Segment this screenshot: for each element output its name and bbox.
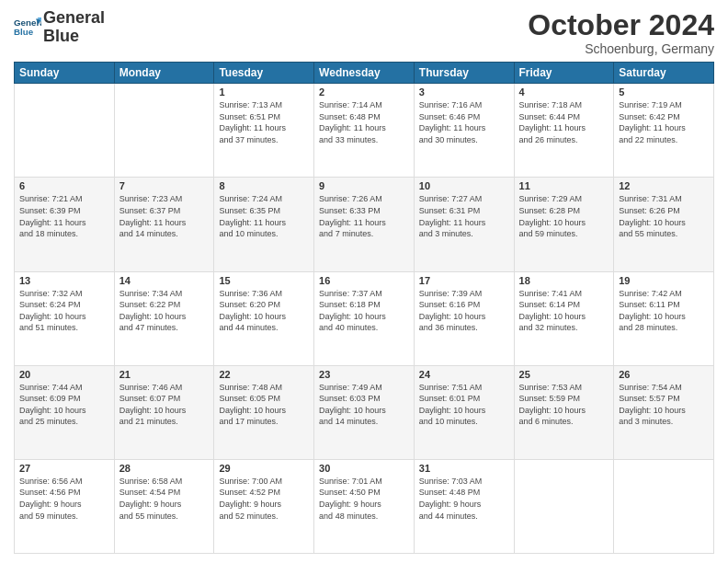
day-number: 11 [519,180,609,191]
calendar-cell: 15Sunrise: 7:36 AM Sunset: 6:20 PM Dayli… [214,271,314,365]
day-info: Sunrise: 7:51 AM Sunset: 6:01 PM Dayligh… [419,382,509,428]
calendar-cell [15,84,115,178]
day-info: Sunrise: 6:56 AM Sunset: 4:56 PM Dayligh… [19,476,109,522]
calendar-cell: 16Sunrise: 7:37 AM Sunset: 6:18 PM Dayli… [314,271,415,365]
day-number: 13 [19,275,109,286]
week-row-1: 6Sunrise: 7:21 AM Sunset: 6:39 PM Daylig… [15,178,714,271]
day-number: 4 [519,86,609,98]
calendar-cell: 21Sunrise: 7:46 AM Sunset: 6:07 PM Dayli… [114,365,214,459]
week-row-3: 20Sunrise: 7:44 AM Sunset: 6:09 PM Dayli… [15,365,714,459]
weekday-header-thursday: Thursday [414,63,514,84]
calendar-cell: 2Sunrise: 7:14 AM Sunset: 6:48 PM Daylig… [314,84,415,178]
logo-icon: General Blue [14,16,41,39]
day-number: 17 [419,275,509,286]
day-info: Sunrise: 7:32 AM Sunset: 6:24 PM Dayligh… [19,288,109,334]
weekday-header-row: SundayMondayTuesdayWednesdayThursdayFrid… [15,63,714,84]
day-info: Sunrise: 7:18 AM Sunset: 6:44 PM Dayligh… [519,99,609,145]
day-info: Sunrise: 7:29 AM Sunset: 6:28 PM Dayligh… [519,193,609,239]
calendar-cell: 8Sunrise: 7:24 AM Sunset: 6:35 PM Daylig… [214,178,314,271]
day-info: Sunrise: 7:49 AM Sunset: 6:03 PM Dayligh… [319,382,409,428]
day-info: Sunrise: 7:36 AM Sunset: 6:20 PM Dayligh… [219,288,309,334]
header: General Blue General Blue October 2024 S… [14,9,714,56]
logo-text: General Blue [43,9,105,46]
day-number: 19 [619,275,709,286]
day-info: Sunrise: 7:54 AM Sunset: 5:57 PM Dayligh… [619,382,709,428]
day-number: 30 [319,463,409,474]
calendar-cell: 6Sunrise: 7:21 AM Sunset: 6:39 PM Daylig… [15,178,115,271]
day-info: Sunrise: 7:53 AM Sunset: 5:59 PM Dayligh… [519,382,609,428]
day-info: Sunrise: 7:24 AM Sunset: 6:35 PM Dayligh… [219,193,309,239]
day-number: 10 [419,180,509,191]
calendar-cell: 26Sunrise: 7:54 AM Sunset: 5:57 PM Dayli… [614,365,714,459]
svg-text:Blue: Blue [14,27,34,37]
calendar-table: SundayMondayTuesdayWednesdayThursdayFrid… [14,62,714,554]
calendar-cell [614,459,714,553]
logo-line2: Blue [43,28,105,46]
day-number: 26 [619,369,709,380]
day-number: 22 [219,369,309,380]
calendar-cell: 1Sunrise: 7:13 AM Sunset: 6:51 PM Daylig… [214,84,314,178]
calendar-cell: 10Sunrise: 7:27 AM Sunset: 6:31 PM Dayli… [414,178,514,271]
day-info: Sunrise: 7:16 AM Sunset: 6:46 PM Dayligh… [419,99,509,145]
calendar-cell [514,459,614,553]
day-info: Sunrise: 7:27 AM Sunset: 6:31 PM Dayligh… [419,193,509,239]
day-info: Sunrise: 7:23 AM Sunset: 6:37 PM Dayligh… [119,193,210,239]
calendar-cell: 30Sunrise: 7:01 AM Sunset: 4:50 PM Dayli… [314,459,415,553]
calendar-cell [114,84,214,178]
day-info: Sunrise: 7:21 AM Sunset: 6:39 PM Dayligh… [19,193,109,239]
day-info: Sunrise: 7:34 AM Sunset: 6:22 PM Dayligh… [119,288,210,334]
day-number: 1 [219,86,309,98]
weekday-header-monday: Monday [114,63,214,84]
calendar-cell: 20Sunrise: 7:44 AM Sunset: 6:09 PM Dayli… [15,365,115,459]
calendar-cell: 11Sunrise: 7:29 AM Sunset: 6:28 PM Dayli… [514,178,614,271]
calendar-cell: 5Sunrise: 7:19 AM Sunset: 6:42 PM Daylig… [614,84,714,178]
logo: General Blue General Blue [14,9,105,46]
week-row-4: 27Sunrise: 6:56 AM Sunset: 4:56 PM Dayli… [15,459,714,553]
day-number: 27 [19,463,109,474]
calendar-cell: 22Sunrise: 7:48 AM Sunset: 6:05 PM Dayli… [214,365,314,459]
day-info: Sunrise: 7:00 AM Sunset: 4:52 PM Dayligh… [219,476,309,522]
day-number: 15 [219,275,309,286]
calendar-cell: 28Sunrise: 6:58 AM Sunset: 4:54 PM Dayli… [114,459,214,553]
day-number: 2 [319,86,409,98]
day-number: 25 [519,369,609,380]
day-number: 28 [119,463,210,474]
day-info: Sunrise: 7:13 AM Sunset: 6:51 PM Dayligh… [219,99,309,145]
calendar-cell: 24Sunrise: 7:51 AM Sunset: 6:01 PM Dayli… [414,365,514,459]
day-number: 23 [319,369,409,380]
weekday-header-sunday: Sunday [15,63,115,84]
title-area: October 2024 Schoenburg, Germany [528,9,714,56]
day-info: Sunrise: 7:41 AM Sunset: 6:14 PM Dayligh… [519,288,609,334]
page: General Blue General Blue October 2024 S… [0,0,728,563]
day-info: Sunrise: 6:58 AM Sunset: 4:54 PM Dayligh… [119,476,210,522]
day-info: Sunrise: 7:14 AM Sunset: 6:48 PM Dayligh… [319,99,409,145]
day-number: 8 [219,180,309,191]
calendar-cell: 23Sunrise: 7:49 AM Sunset: 6:03 PM Dayli… [314,365,415,459]
day-info: Sunrise: 7:46 AM Sunset: 6:07 PM Dayligh… [119,382,210,428]
calendar-cell: 3Sunrise: 7:16 AM Sunset: 6:46 PM Daylig… [414,84,514,178]
day-number: 29 [219,463,309,474]
calendar-cell: 25Sunrise: 7:53 AM Sunset: 5:59 PM Dayli… [514,365,614,459]
logo-line1: General [43,9,105,28]
day-number: 18 [519,275,609,286]
calendar-cell: 31Sunrise: 7:03 AM Sunset: 4:48 PM Dayli… [414,459,514,553]
day-number: 14 [119,275,210,286]
day-number: 31 [419,463,509,474]
day-number: 16 [319,275,409,286]
day-number: 3 [419,86,509,98]
location: Schoenburg, Germany [528,41,714,56]
day-number: 24 [419,369,509,380]
day-info: Sunrise: 7:19 AM Sunset: 6:42 PM Dayligh… [619,99,709,145]
week-row-0: 1Sunrise: 7:13 AM Sunset: 6:51 PM Daylig… [15,84,714,178]
day-info: Sunrise: 7:31 AM Sunset: 6:26 PM Dayligh… [619,193,709,239]
day-info: Sunrise: 7:48 AM Sunset: 6:05 PM Dayligh… [219,382,309,428]
day-info: Sunrise: 7:03 AM Sunset: 4:48 PM Dayligh… [419,476,509,522]
calendar-cell: 29Sunrise: 7:00 AM Sunset: 4:52 PM Dayli… [214,459,314,553]
calendar-cell: 7Sunrise: 7:23 AM Sunset: 6:37 PM Daylig… [114,178,214,271]
day-info: Sunrise: 7:01 AM Sunset: 4:50 PM Dayligh… [319,476,409,522]
weekday-header-saturday: Saturday [614,63,714,84]
day-number: 9 [319,180,409,191]
day-info: Sunrise: 7:42 AM Sunset: 6:11 PM Dayligh… [619,288,709,334]
day-number: 21 [119,369,210,380]
calendar-cell: 13Sunrise: 7:32 AM Sunset: 6:24 PM Dayli… [15,271,115,365]
